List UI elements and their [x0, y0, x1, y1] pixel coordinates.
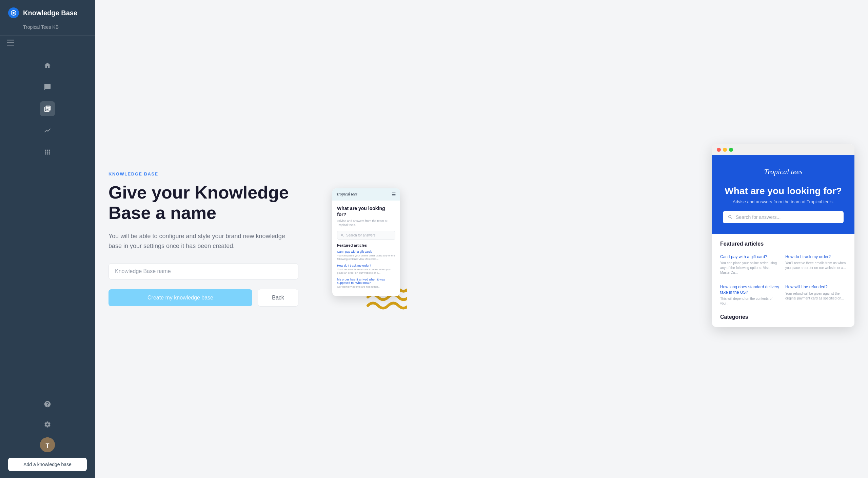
nav-icon-settings[interactable]: [40, 417, 55, 432]
sidebar-bottom: T Add a knowledge base: [0, 390, 95, 478]
mobile-article-2: How do I track my order? You'll receive …: [337, 264, 395, 275]
svg-text:T: T: [46, 442, 50, 449]
knowledge-base-name-input[interactable]: [108, 263, 298, 279]
kb-featured-title: Featured articles: [720, 241, 846, 247]
add-knowledge-base-button[interactable]: Add a knowledge base: [8, 458, 87, 471]
sidebar-title: Knowledge Base: [23, 9, 77, 17]
mobile-sub: Advise and answers from the team at Trop…: [337, 219, 395, 227]
nav-icon-home[interactable]: [40, 58, 55, 73]
mobile-brand-label: Tropical tees: [336, 192, 357, 197]
mobile-question: What are you looking for?: [337, 205, 395, 217]
mobile-article-2-desc: You'll receive three emails from us when…: [337, 268, 395, 275]
sidebar-bottom-icons: T: [8, 397, 87, 452]
mobile-body: What are you looking for? Advise and ans…: [332, 201, 400, 296]
kb-article-4: How will I be refunded? Your refund will…: [785, 282, 846, 309]
svg-rect-2: [7, 40, 14, 41]
mobile-header: Tropical tees ☰: [332, 188, 400, 201]
mobile-article-3: My order hasn't arrived when it was supp…: [337, 278, 395, 289]
mobile-search-placeholder: Search for answers: [346, 233, 375, 237]
kb-article-2-title: How do I track my order?: [785, 254, 846, 260]
kb-article-1: Can I pay with a gift card? You can plac…: [720, 252, 781, 278]
kb-article-2-desc: You'll receive three emails from us when…: [785, 261, 846, 270]
sidebar-subtitle: Tropical Tees KB: [8, 24, 87, 30]
mobile-article-2-title: How do I track my order?: [337, 264, 395, 267]
kb-article-4-title: How will I be refunded?: [785, 285, 846, 290]
browser-preview: Tropical tees What are you looking for? …: [712, 144, 854, 327]
nav-icon-knowledge[interactable]: [40, 101, 55, 116]
app-logo: [8, 7, 19, 18]
mobile-preview: Tropical tees ☰ What are you looking for…: [332, 188, 400, 296]
svg-rect-3: [7, 42, 14, 43]
kb-hero-title: What are you looking for?: [723, 186, 844, 196]
kb-article-3-title: How long does standard delivery take in …: [720, 285, 781, 295]
page-title: Give your Knowledge Base a name: [108, 183, 298, 223]
browser-dot-minimize: [723, 148, 727, 152]
nav-icon-chat[interactable]: [40, 80, 55, 95]
kb-brand: Tropical tees: [723, 167, 844, 176]
browser-toolbar: [712, 144, 854, 155]
mobile-article-1-title: Can I pay with a gift card?: [337, 250, 395, 253]
page-description: You will be able to configure and style …: [108, 231, 292, 251]
svg-rect-4: [7, 45, 14, 46]
back-button[interactable]: Back: [258, 289, 298, 307]
content-left: KNOWLEDGE BASE Give your Knowledge Base …: [108, 171, 319, 306]
kb-article-1-desc: You can place your online order using an…: [720, 261, 781, 275]
button-row: Create my knowledge base Back: [108, 289, 298, 307]
kb-categories-title: Categories: [720, 314, 846, 320]
kb-body: Featured articles Can I pay with a gift …: [712, 234, 854, 327]
sidebar-header: Knowledge Base Tropical Tees KB: [0, 0, 95, 36]
sidebar-logo-row: Knowledge Base: [8, 7, 87, 18]
user-avatar[interactable]: T: [40, 437, 55, 452]
nav-icon-apps[interactable]: [40, 145, 55, 160]
kb-hero-sub: Advise and answers from the team at Trop…: [723, 199, 844, 204]
nav-icons: [0, 51, 95, 390]
mobile-article-3-desc: Our delivery agents are not author...: [337, 285, 395, 289]
kb-articles-grid: Can I pay with a gift card? You can plac…: [720, 252, 846, 309]
main-content: KNOWLEDGE BASE Give your Knowledge Base …: [95, 0, 868, 478]
kb-hero: Tropical tees What are you looking for? …: [712, 155, 854, 234]
kb-article-2: How do I track my order? You'll receive …: [785, 252, 846, 278]
kb-article-1-title: Can I pay with a gift card?: [720, 254, 781, 260]
mobile-menu-icon: ☰: [392, 192, 396, 197]
svg-point-1: [13, 12, 15, 14]
kb-article-3: How long does standard delivery take in …: [720, 282, 781, 309]
create-knowledge-base-button[interactable]: Create my knowledge base: [108, 289, 252, 306]
kb-article-3-desc: This will depend on the contents of you.…: [720, 296, 781, 306]
mobile-featured-title: Featured articles: [337, 243, 395, 247]
nav-icon-help[interactable]: [40, 397, 55, 412]
preview-area: Tropical tees ☰ What are you looking for…: [319, 144, 854, 334]
section-label: KNOWLEDGE BASE: [108, 171, 298, 176]
browser-dot-close: [717, 148, 721, 152]
mobile-article-3-title: My order hasn't arrived when it was supp…: [337, 278, 395, 285]
kb-search-bar: Search for answers...: [723, 211, 844, 223]
kb-article-4-desc: Your refund will be given against the or…: [785, 291, 846, 301]
browser-dot-maximize: [729, 148, 733, 152]
hamburger-icon[interactable]: [0, 36, 95, 51]
mobile-article-1-desc: You can place your online order using an…: [337, 254, 395, 261]
kb-search-placeholder: Search for answers...: [736, 214, 781, 220]
mobile-article-1: Can I pay with a gift card? You can plac…: [337, 250, 395, 261]
nav-icon-analytics[interactable]: [40, 123, 55, 138]
sidebar: Knowledge Base Tropical Tees KB: [0, 0, 95, 478]
mobile-search-bar: Search for answers: [337, 231, 395, 240]
